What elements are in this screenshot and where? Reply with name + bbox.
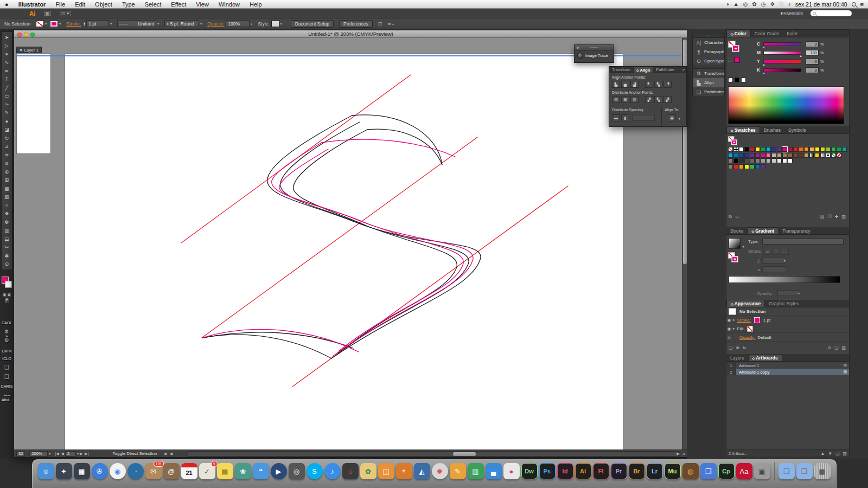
slider-handle[interactable]: ▲ [799, 54, 802, 57]
tool-direct-selection-tool[interactable]: ▷ [2, 42, 12, 50]
slider-value-K[interactable]: 0 [806, 67, 819, 73]
dock-item-wine-app[interactable]: ∪ [342, 463, 359, 479]
layers-footer-icon[interactable]: ▥ [843, 451, 847, 456]
notification-center-icon[interactable]: ≡ [860, 1, 864, 8]
swatch[interactable] [771, 147, 776, 152]
distribute-anchor-button-0[interactable]: ▤ [612, 96, 620, 103]
swatch-group-folder[interactable] [728, 158, 733, 163]
stroke-swatch[interactable] [50, 21, 58, 27]
tool-blob-brush-tool[interactable]: ● [2, 117, 12, 126]
collapsed-panel-paragraph[interactable]: ¶Paragraph [693, 47, 724, 56]
appearance-footer-right[interactable]: ⊘❏▥ [828, 345, 846, 350]
swatch[interactable] [799, 147, 803, 152]
stroke-dropdown[interactable]: ▾ [59, 22, 61, 25]
apple-menu-icon[interactable]: ● [0, 1, 14, 8]
eye-icon[interactable]: ◉ [726, 335, 732, 340]
notifier-icon[interactable]: ▲ [733, 1, 739, 7]
dock-item-contacts[interactable]: @ [163, 463, 180, 479]
swatch[interactable] [804, 147, 809, 152]
swatch[interactable] [804, 153, 809, 158]
swatch[interactable] [761, 164, 765, 169]
dock-item-launchpad[interactable]: ✦ [56, 463, 72, 479]
gradient-opacity-dd[interactable]: ▾ [798, 291, 800, 295]
menu-item-view[interactable]: View [191, 1, 214, 8]
menu-item-type[interactable]: Type [117, 1, 140, 8]
spacing-button-0[interactable]: ▬ [612, 114, 620, 121]
gradient-aspect-field[interactable] [762, 266, 786, 272]
collapsed-panel-opentype[interactable]: OOpenType [693, 56, 724, 66]
slider-track-Y[interactable]: ▲ [763, 60, 801, 63]
quick-swatches[interactable] [728, 78, 746, 82]
distribute-anchor-button-2[interactable]: ▥ [630, 96, 639, 103]
spotlight-icon[interactable] [852, 2, 856, 7]
appearance-row-fill[interactable]: ◉ ▸ Fill: [726, 325, 849, 333]
swatch[interactable] [755, 147, 760, 152]
tool-lasso-tool[interactable]: ∿ [2, 59, 12, 67]
slider-handle[interactable]: ▲ [762, 46, 765, 49]
dock-item-app-store[interactable]: ◭ [414, 463, 430, 479]
dock-item-numbers[interactable]: ▥ [468, 463, 484, 479]
dock-item-lightroom[interactable]: Lr [647, 463, 663, 479]
desktop-item-9[interactable]: ----- [0, 393, 14, 397]
workspace-switcher[interactable]: Essentials [781, 11, 803, 16]
tool-selection-tool[interactable]: ➤ [2, 33, 12, 42]
move-status-icon[interactable]: ✥ [770, 1, 774, 7]
align-anchor-button-5[interactable]: ▝ [663, 81, 672, 88]
swatch[interactable] [733, 147, 738, 152]
swatches-tab-brushes[interactable]: Brushes [760, 126, 784, 133]
gradient-bar[interactable] [729, 276, 840, 283]
tool-paintbrush-tool[interactable]: ✑ [2, 100, 12, 109]
swatch[interactable] [826, 153, 831, 158]
minimize-window-button[interactable] [24, 33, 28, 37]
style-dropdown[interactable]: ▾ [280, 22, 282, 25]
stroke-width-field[interactable]: 1 pt [86, 20, 109, 27]
menu-item-help[interactable]: Help [245, 1, 267, 8]
dock-item-safari[interactable]: ✇ [92, 463, 108, 479]
opacity-field[interactable]: 100% [226, 20, 250, 27]
align-tab-align[interactable]: ◇Align [633, 67, 653, 73]
align-anchor-button-3[interactable]: ▘ [645, 81, 653, 88]
appearance-tab-graphic-styles[interactable]: Graphic Styles [765, 300, 802, 307]
prev-artboard-button[interactable]: ◀ [61, 452, 64, 456]
stroke-width-dropdown[interactable]: ▾ [110, 22, 112, 25]
dock-item-reminders[interactable]: ✓9 [199, 463, 215, 479]
distribute-anchor-button-1[interactable]: ▦ [621, 96, 629, 103]
horizontal-scrollbar-thumb[interactable] [453, 452, 476, 456]
collapsed-panel-pathfinder[interactable]: ❏Pathfinder [693, 87, 724, 97]
align-to-dropdown[interactable]: ▾ [679, 117, 680, 120]
dock-item-photo-booth[interactable]: ◎ [289, 463, 305, 479]
dock-item-dreamweaver[interactable]: Dw [521, 463, 538, 479]
opacity-dropdown[interactable]: ▸ [251, 22, 252, 25]
time-machine-icon[interactable]: ◷ [761, 1, 766, 7]
swatch[interactable] [831, 147, 836, 152]
swatch[interactable] [799, 153, 803, 158]
gradient-thumb-dropdown[interactable]: ▾ [743, 245, 744, 248]
tool-pencil-tool[interactable]: ✎ [2, 109, 12, 118]
swatch[interactable] [782, 158, 787, 163]
tool-slice-tool[interactable]: ✂ [2, 243, 12, 252]
tool-artboard-tool[interactable]: ⬓ [2, 235, 12, 243]
dock-item-illustrator[interactable]: Ai [575, 463, 591, 479]
menu-item-file[interactable]: File [50, 1, 70, 8]
menu-item-select[interactable]: Select [140, 1, 167, 8]
appearance-footer-icon[interactable]: ▥ [841, 345, 846, 350]
tool-line-segment-tool[interactable]: ╱ [2, 84, 12, 92]
distribute-anchor-button-5[interactable]: ▞ [663, 96, 672, 103]
swatch[interactable] [820, 153, 825, 158]
swatch[interactable] [739, 164, 744, 169]
sync-status-icon[interactable]: ◑ [726, 1, 729, 7]
hscroll-right-arrow[interactable]: ▶ [677, 452, 680, 456]
spacing-value-field[interactable] [632, 115, 655, 121]
gradient-stroke-buttons[interactable]: ▭◠◡ [763, 248, 789, 255]
dock-item-skype[interactable]: S [307, 463, 323, 479]
menu-item-illustrator[interactable]: Illustrator [14, 1, 51, 8]
document-titlebar[interactable]: Untitled-1* @ 200% (CMYK/Preview) [14, 30, 687, 38]
artboard-page-icon[interactable]: ▤ [843, 370, 847, 374]
tool-rectangle-tool[interactable]: ▭ [2, 92, 12, 101]
tool-blend-tool[interactable]: ❖ [2, 210, 12, 219]
layers-tab-artboards[interactable]: ◇Artboards [748, 354, 782, 361]
screen-mode-icon[interactable]: ◱ [2, 299, 12, 304]
swatches-tab-swatches[interactable]: ◇Swatches [726, 126, 760, 133]
align-tab-pathfinder[interactable]: Pathfinder [653, 67, 677, 73]
swatch[interactable] [739, 153, 744, 158]
